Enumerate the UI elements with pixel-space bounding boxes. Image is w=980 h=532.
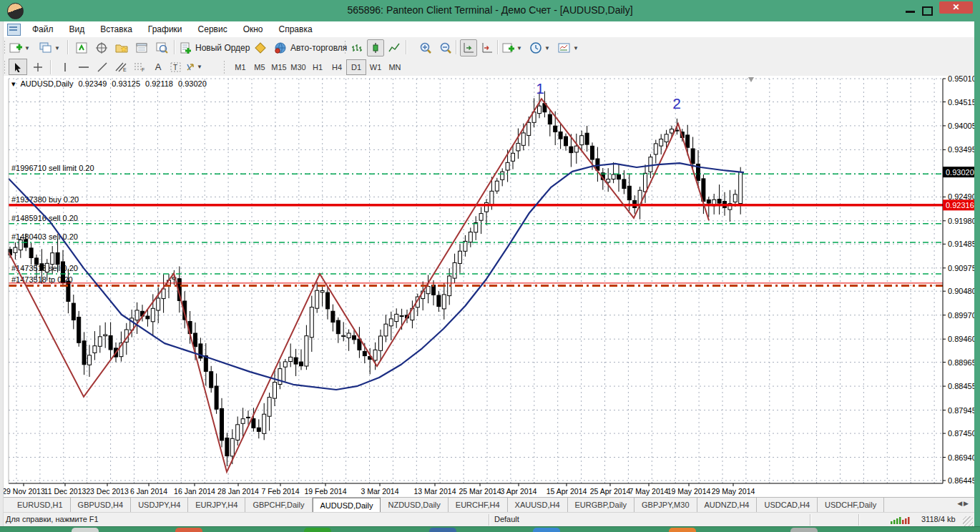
taskbar-app-icon[interactable] — [429, 528, 456, 532]
chart-tab-usdcad-h4[interactable]: USDCAD,H4 — [757, 498, 818, 512]
tab-scroll-buttons: ◀ ▶ — [957, 498, 974, 512]
svg-text:16 Jan 2014: 16 Jan 2014 — [174, 487, 215, 496]
taskbar-app-icon[interactable] — [790, 528, 818, 532]
taskbar-app-icon[interactable] — [669, 528, 696, 532]
taskbar-app-icon[interactable] — [533, 528, 560, 532]
metaeditor-button[interactable] — [252, 39, 269, 56]
templates-button[interactable]: ▼ — [557, 39, 579, 56]
timeframe-button-m30[interactable]: M30 — [288, 59, 308, 75]
auto-scroll-button[interactable] — [460, 39, 477, 56]
zoom-out-button[interactable] — [437, 39, 454, 56]
timeframe-button-m5[interactable]: M5 — [250, 59, 270, 75]
market-watch-button[interactable] — [73, 39, 90, 56]
fibonacci-tool-button[interactable]: F — [130, 59, 149, 75]
chart-tab-audusd-daily[interactable]: AUDUSD,Daily — [313, 498, 381, 512]
taskbar-app-icon[interactable] — [304, 528, 331, 532]
toolbar-grip[interactable] — [4, 60, 6, 74]
window-maximize-button[interactable] — [922, 6, 933, 16]
svg-text:29 Nov 2013: 29 Nov 2013 — [2, 487, 45, 496]
chart-tab-usdchf-daily[interactable]: USDCHF,Daily — [818, 498, 884, 512]
window-title: 565896: Panteon Client Terminal - Демо С… — [0, 4, 980, 16]
chart-tab-eurusd-h1[interactable]: EURUSD,H1 — [10, 498, 71, 512]
toolbar-grip[interactable] — [223, 60, 225, 74]
menu-item-insert[interactable]: Вставка — [92, 21, 140, 37]
text-label-tool-button[interactable]: T — [166, 59, 185, 75]
chart-tab-audnzd-h4[interactable]: AUDNZD,H4 — [697, 498, 758, 512]
window-close-button[interactable]: ✕ — [939, 1, 973, 14]
chart-tab-gbpjpy-m30[interactable]: GBPJPY,M30 — [634, 498, 697, 512]
taskbar-app-icon[interactable] — [175, 528, 202, 532]
svg-text:0.90975: 0.90975 — [948, 264, 974, 272]
zoom-in-button[interactable] — [417, 39, 434, 56]
trendline-tool-button[interactable] — [93, 59, 112, 75]
indicators-button[interactable]: ▼ — [501, 39, 523, 56]
new-order-button[interactable]: Новый Ордер — [179, 39, 250, 56]
autotrading-button[interactable]: Авто-торговля — [273, 39, 348, 56]
chart-symbol-label: AUDUSD,Daily — [21, 79, 74, 89]
price-chart[interactable]: #1996710 sell limit 0.20#1937380 buy 0.2… — [0, 76, 974, 497]
chart-tab-xauusd-h4[interactable]: XAUUSD,H4 — [508, 498, 568, 512]
strategy-tester-button[interactable] — [153, 39, 170, 56]
resize-grip[interactable] — [963, 516, 973, 526]
menu-item-charts[interactable]: Графики — [140, 21, 190, 37]
timeframe-button-m1[interactable]: M1 — [230, 59, 250, 75]
svg-text:0.87450: 0.87450 — [948, 429, 974, 438]
chart-tab-gbpusd-h4[interactable]: GBPUSD,H4 — [71, 498, 132, 512]
menu-item-service[interactable]: Сервис — [190, 21, 235, 37]
taskbar-app-icon[interactable] — [72, 528, 99, 532]
candlestick-chart-button[interactable] — [367, 39, 384, 56]
horizontal-line-tool-button[interactable] — [74, 59, 93, 75]
menu-item-help[interactable]: Справка — [271, 21, 320, 37]
chart-tab-eurgbp-daily[interactable]: EURGBP,Daily — [568, 498, 635, 512]
arrows-tool-button[interactable]: ▼ — [185, 59, 203, 75]
window-minimize-button[interactable] — [906, 11, 915, 13]
toolbar-grip[interactable] — [4, 40, 6, 54]
timeframe-button-mn[interactable]: MN — [385, 59, 405, 75]
svg-text:0.86445: 0.86445 — [948, 476, 974, 485]
menu-item-window[interactable]: Окно — [235, 21, 271, 37]
tab-scroll-right-icon[interactable]: ▶ — [964, 500, 969, 512]
crosshair-tool-button[interactable] — [29, 59, 47, 75]
menu-item-view[interactable]: Вид — [62, 21, 93, 37]
desktop-taskbar[interactable] — [0, 526, 980, 532]
svg-text:0.95010: 0.95010 — [948, 76, 974, 83]
new-chart-button[interactable]: ▼ — [9, 39, 31, 56]
status-profile-label[interactable]: Default — [494, 515, 519, 523]
chart-tab-usdjpy-h4[interactable]: USDJPY,H4 — [131, 498, 188, 512]
timeframe-button-w1[interactable]: W1 — [366, 59, 386, 75]
data-window-button[interactable] — [93, 39, 110, 56]
chart-tab-gbpchf-daily[interactable]: GBPCHF,Daily — [245, 498, 312, 512]
chart-tab-bar: EURUSD,H1GBPUSD,H4USDJPY,H4EURJPY,H4GBPC… — [0, 497, 974, 512]
vertical-line-tool-button[interactable] — [56, 59, 74, 75]
cursor-tool-button[interactable] — [9, 59, 27, 75]
status-help-text: Для справки, нажмите F1 — [6, 515, 99, 523]
svg-text:25 Mar 2014: 25 Mar 2014 — [459, 487, 501, 496]
svg-text:0.88965: 0.88965 — [948, 358, 974, 367]
timeframe-button-d1[interactable]: D1 — [346, 59, 366, 75]
chart-tab-eurchf-h4[interactable]: EURCHF,H4 — [449, 498, 508, 512]
chart-tab-nzdusd-daily[interactable]: NZDUSD,Daily — [381, 498, 448, 512]
chart-tab-eurjpy-h4[interactable]: EURJPY,H4 — [188, 498, 245, 512]
timeframe-button-h4[interactable]: H4 — [327, 59, 347, 75]
collapse-chart-icon[interactable]: ▾ — [11, 79, 16, 89]
timeframe-button-m15[interactable]: M15 — [269, 59, 289, 75]
profiles-button[interactable]: ▼ — [39, 39, 61, 56]
line-chart-button[interactable] — [386, 39, 403, 56]
tab-scroll-left-icon[interactable]: ◀ — [957, 500, 962, 512]
navigator-button[interactable] — [113, 39, 130, 56]
chart-shift-button[interactable] — [479, 39, 496, 56]
svg-text:3 Apr 2014: 3 Apr 2014 — [501, 487, 537, 496]
status-separator — [810, 514, 810, 526]
menu-bar: ФайлВидВставкаГрафикиСервисОкноСправка ▁… — [0, 21, 980, 38]
terminal-button[interactable] — [133, 39, 150, 56]
bar-chart-button[interactable] — [348, 39, 366, 56]
toolbar-grip[interactable] — [344, 40, 346, 54]
toolbar-separator — [67, 40, 68, 54]
svg-text:0.91485: 0.91485 — [948, 240, 974, 248]
toolbar-separator — [50, 60, 51, 74]
menu-item-file[interactable]: Файл — [24, 21, 62, 37]
periods-button[interactable]: ▼ — [529, 39, 551, 56]
equidistant-channel-tool-button[interactable]: E — [112, 59, 130, 75]
timeframe-button-h1[interactable]: H1 — [308, 59, 328, 75]
text-tool-button[interactable]: A — [149, 59, 167, 75]
